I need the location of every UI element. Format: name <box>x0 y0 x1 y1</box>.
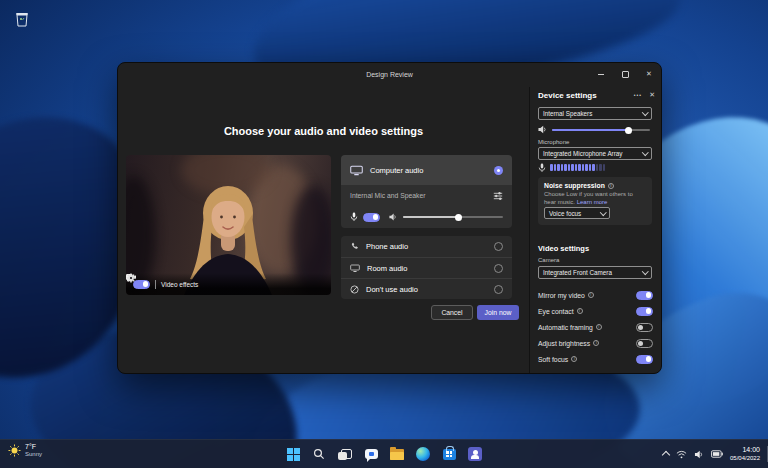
computer-audio-label: Computer audio <box>370 166 423 175</box>
soft-focus-toggle[interactable] <box>636 355 653 364</box>
window-titlebar[interactable]: Design Review <box>118 63 661 87</box>
weather-temperature: 7°F <box>25 443 42 451</box>
task-view-icon <box>338 449 352 460</box>
chat-button[interactable] <box>361 444 381 464</box>
close-button[interactable] <box>637 63 661 85</box>
audio-device-name: Internal Mic and Speaker <box>350 192 426 199</box>
window-title: Design Review <box>118 71 661 78</box>
teams-button[interactable] <box>465 444 485 464</box>
chevron-down-icon <box>642 109 648 115</box>
speaker-icon <box>538 125 547 134</box>
teams-prejoin-window: Design Review Choose your audio and vide… <box>117 62 662 374</box>
weather-widget[interactable]: 7°F Sunny <box>8 443 42 458</box>
automatic-framing-toggle[interactable] <box>636 323 653 332</box>
preview-toolbar: Video effects <box>126 273 331 295</box>
computer-audio-radio[interactable] <box>494 166 503 175</box>
info-icon[interactable] <box>588 292 594 298</box>
taskbar: 7°F Sunny <box>0 439 768 468</box>
toggle-label: Adjust brightness <box>538 340 590 347</box>
search-icon <box>313 448 325 460</box>
chevron-down-icon <box>642 149 648 155</box>
folder-icon <box>390 449 404 460</box>
task-view-button[interactable] <box>335 444 355 464</box>
teams-icon <box>468 447 482 461</box>
footer-buttons: Cancel Join now <box>118 305 529 320</box>
join-now-button[interactable]: Join now <box>477 305 519 320</box>
close-panel-icon[interactable] <box>649 91 655 99</box>
speaker-volume-slider[interactable] <box>552 129 650 131</box>
audio-options: Computer audio Internal Mic and Speaker <box>341 155 512 299</box>
search-button[interactable] <box>309 444 329 464</box>
info-icon[interactable] <box>577 308 583 314</box>
mic-volume-slider[interactable] <box>403 216 503 218</box>
video-effects-label[interactable]: Video effects <box>161 281 198 288</box>
store-icon <box>443 449 456 460</box>
info-icon[interactable] <box>596 324 602 330</box>
eye-contact-toggle[interactable] <box>636 307 653 316</box>
hidden-icons-chevron[interactable] <box>662 451 670 459</box>
taskbar-clock[interactable]: 14:00 05/04/2022 <box>730 446 760 462</box>
microphone-select[interactable]: Integrated Microphone Array <box>538 147 652 160</box>
camera-label: Camera <box>538 257 559 263</box>
info-icon[interactable] <box>571 356 577 362</box>
minimize-button[interactable] <box>589 63 613 85</box>
mic-volume-row <box>341 206 512 228</box>
toggle-label: Eye contact <box>538 308 574 315</box>
maximize-button[interactable] <box>613 63 637 85</box>
phone-icon <box>350 242 359 251</box>
mic-level-meter <box>550 164 605 171</box>
computer-audio-option[interactable]: Computer audio <box>341 155 512 185</box>
phone-audio-radio[interactable] <box>494 242 503 251</box>
device-settings-panel: Device settings Internal Speakers Microp… <box>529 87 661 373</box>
wifi-icon[interactable] <box>676 450 687 459</box>
video-preview: Video effects <box>126 155 331 295</box>
weather-condition: Sunny <box>25 451 42 458</box>
mirror-video-toggle[interactable] <box>636 291 653 300</box>
file-explorer-button[interactable] <box>387 444 407 464</box>
speaker-select[interactable]: Internal Speakers <box>538 107 652 120</box>
audio-option-label: Don't use audio <box>366 285 418 294</box>
edge-button[interactable] <box>413 444 433 464</box>
recycle-bin-icon[interactable] <box>12 8 32 30</box>
volume-icon[interactable] <box>694 450 704 459</box>
room-audio-option[interactable]: Room audio <box>341 257 512 278</box>
mirror-video-row: Mirror my video <box>538 290 653 300</box>
mic-icon <box>350 212 358 222</box>
automatic-framing-row: Automatic framing <box>538 322 653 332</box>
adjust-brightness-toggle[interactable] <box>636 339 653 348</box>
room-audio-radio[interactable] <box>494 264 503 273</box>
info-icon[interactable] <box>593 340 599 346</box>
windows-logo-icon <box>287 448 300 461</box>
cancel-button[interactable]: Cancel <box>431 305 473 320</box>
more-options-icon[interactable] <box>634 91 642 99</box>
eye-contact-row: Eye contact <box>538 306 653 316</box>
toggle-label: Automatic framing <box>538 324 593 331</box>
soft-focus-row: Soft focus <box>538 354 653 364</box>
prejoin-content: Choose your audio and video settings <box>118 87 529 373</box>
dont-use-audio-radio[interactable] <box>494 285 503 294</box>
info-icon[interactable] <box>608 183 614 189</box>
battery-icon[interactable] <box>711 450 723 458</box>
audio-device-row: Internal Mic and Speaker <box>341 185 512 206</box>
camera-select-value: Integrated Front Camera <box>543 269 612 276</box>
noise-suppression-select[interactable]: Voice focus <box>544 207 610 219</box>
adjust-brightness-row: Adjust brightness <box>538 338 653 348</box>
start-button[interactable] <box>283 444 303 464</box>
mic-toggle[interactable] <box>363 213 380 222</box>
toggle-label: Mirror my video <box>538 292 585 299</box>
chat-icon <box>365 449 378 459</box>
microphone-label: Microphone <box>538 139 569 145</box>
store-button[interactable] <box>439 444 459 464</box>
edge-icon <box>416 447 430 461</box>
camera-select[interactable]: Integrated Front Camera <box>538 266 652 279</box>
microphone-select-value: Integrated Microphone Array <box>543 150 622 157</box>
learn-more-link[interactable]: Learn more <box>577 199 608 205</box>
phone-audio-option[interactable]: Phone audio <box>341 236 512 257</box>
sun-icon <box>8 444 21 457</box>
device-settings-sliders-icon[interactable] <box>493 191 503 201</box>
dont-use-audio-option[interactable]: Don't use audio <box>341 278 512 299</box>
noise-suppression-title: Noise suppression <box>544 182 605 189</box>
noise-suppression-card: Noise suppression Choose Low if you want… <box>538 177 652 225</box>
chevron-down-icon <box>600 209 606 215</box>
gear-icon[interactable] <box>126 273 136 283</box>
